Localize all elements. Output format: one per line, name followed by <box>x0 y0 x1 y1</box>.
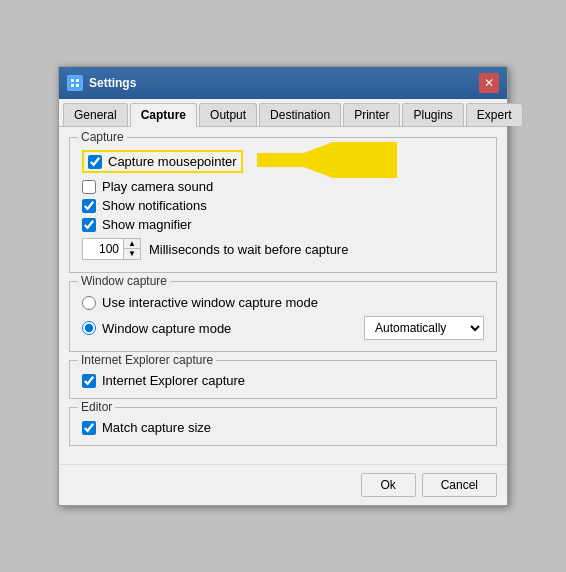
delay-input[interactable]: 100 <box>83 240 123 258</box>
delay-spinner[interactable]: 100 ▲ ▼ <box>82 238 141 260</box>
tab-bar: General Capture Output Destination Print… <box>59 99 507 127</box>
show-magnifier-checkbox[interactable] <box>82 218 96 232</box>
show-notifications-checkbox[interactable] <box>82 199 96 213</box>
window-capture-mode-row: Window capture mode Automatically Manual <box>82 313 484 343</box>
interactive-capture-radio[interactable] <box>82 296 96 310</box>
svg-rect-1 <box>71 79 74 82</box>
window-capture-label: Window capture <box>78 274 170 288</box>
ie-capture-row: Internet Explorer capture <box>82 371 484 390</box>
tab-plugins[interactable]: Plugins <box>402 103 463 126</box>
svg-rect-4 <box>76 84 79 87</box>
window-capture-section: Window capture Use interactive window ca… <box>69 281 497 352</box>
show-notifications-label: Show notifications <box>102 198 207 213</box>
capture-mode-dropdown-wrap: Automatically Manual <box>364 316 484 340</box>
svg-rect-2 <box>76 79 79 82</box>
cancel-button[interactable]: Cancel <box>422 473 497 497</box>
svg-rect-0 <box>69 77 81 89</box>
settings-window: Settings ✕ General Capture Output Destin… <box>58 66 508 506</box>
capture-mode-dropdown[interactable]: Automatically Manual <box>364 316 484 340</box>
match-capture-size-row: Match capture size <box>82 418 484 437</box>
ie-capture-checkbox[interactable] <box>82 374 96 388</box>
highlight-arrow <box>242 142 402 178</box>
capture-mousepointer-label: Capture mousepointer <box>108 154 237 169</box>
window-capture-mode-radio[interactable] <box>82 321 96 335</box>
ie-section: Internet Explorer capture Internet Explo… <box>69 360 497 399</box>
play-camera-sound-row: Play camera sound <box>82 177 484 196</box>
match-capture-size-label: Match capture size <box>102 420 211 435</box>
capture-section-label: Capture <box>78 130 127 144</box>
window-title: Settings <box>89 76 136 90</box>
tab-output[interactable]: Output <box>199 103 257 126</box>
app-icon <box>67 75 83 91</box>
editor-section-label: Editor <box>78 400 115 414</box>
capture-mousepointer-checkbox[interactable] <box>88 155 102 169</box>
svg-rect-7 <box>257 153 382 167</box>
ie-capture-label: Internet Explorer capture <box>102 373 245 388</box>
match-capture-size-checkbox[interactable] <box>82 421 96 435</box>
spinner-down-button[interactable]: ▼ <box>124 249 140 259</box>
ie-section-label: Internet Explorer capture <box>78 353 216 367</box>
bottom-bar: Ok Cancel <box>59 464 507 505</box>
svg-marker-6 <box>382 146 397 174</box>
tab-expert[interactable]: Expert <box>466 103 523 126</box>
interactive-capture-row: Use interactive window capture mode <box>82 292 484 313</box>
tab-printer[interactable]: Printer <box>343 103 400 126</box>
tab-content: Capture Capture mousepointer <box>59 127 507 464</box>
editor-section: Editor Match capture size <box>69 407 497 446</box>
ok-button[interactable]: Ok <box>361 473 416 497</box>
tab-general[interactable]: General <box>63 103 128 126</box>
capture-section: Capture Capture mousepointer <box>69 137 497 273</box>
tab-capture[interactable]: Capture <box>130 103 197 127</box>
tab-destination[interactable]: Destination <box>259 103 341 126</box>
show-magnifier-label: Show magnifier <box>102 217 192 232</box>
window-capture-mode-label: Window capture mode <box>102 321 231 336</box>
spinner-up-button[interactable]: ▲ <box>124 239 140 249</box>
play-camera-sound-checkbox[interactable] <box>82 180 96 194</box>
capture-mousepointer-row: Capture mousepointer <box>82 148 484 175</box>
close-button[interactable]: ✕ <box>479 73 499 93</box>
delay-label: Milliseconds to wait before capture <box>149 242 348 257</box>
delay-row: 100 ▲ ▼ Milliseconds to wait before capt… <box>82 234 484 264</box>
play-camera-sound-label: Play camera sound <box>102 179 213 194</box>
svg-rect-3 <box>71 84 74 87</box>
show-magnifier-row: Show magnifier <box>82 215 484 234</box>
show-notifications-row: Show notifications <box>82 196 484 215</box>
interactive-capture-label: Use interactive window capture mode <box>102 295 318 310</box>
title-bar: Settings ✕ <box>59 67 507 99</box>
